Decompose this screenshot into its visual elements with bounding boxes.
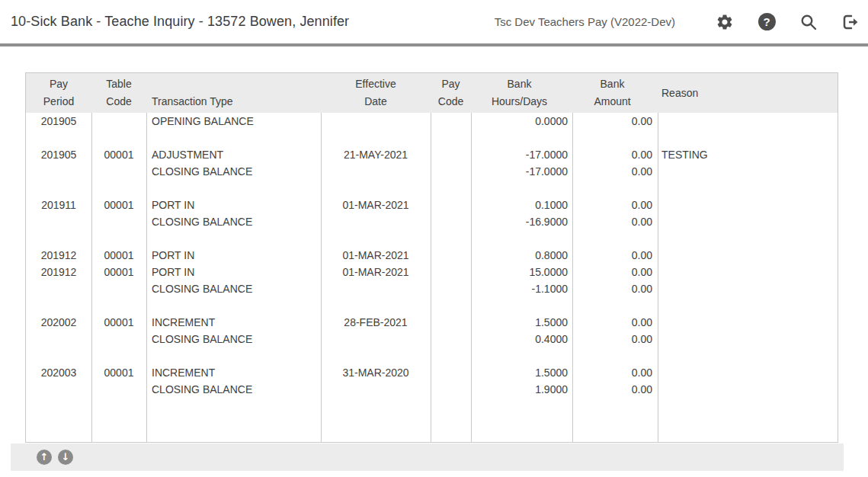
cell-effective-date: 31-MAR-2020 xyxy=(321,364,431,381)
cell-effective-date xyxy=(321,331,431,347)
cell-reason xyxy=(658,347,838,364)
table-row[interactable]: 202003 00001 INCREMENT 31-MAR-2020 1.500… xyxy=(26,364,838,381)
cell-bank-amount xyxy=(572,130,658,146)
cell-pay-period: 201911 xyxy=(26,197,91,213)
search-icon[interactable] xyxy=(799,13,818,31)
table-row[interactable]: CLOSING BALANCE -17.0000 0.00 xyxy=(26,163,838,180)
transactions-table: Pay Period Table Code Transaction Type E… xyxy=(25,72,838,443)
cell-table-code xyxy=(91,280,146,297)
column-header-pay-code: Pay Code xyxy=(431,73,471,113)
cell-bank-amount: 0.00 xyxy=(572,280,658,297)
table-row[interactable]: 202002 00001 INCREMENT 28-FEB-2021 1.500… xyxy=(26,314,838,331)
cell-transaction-type xyxy=(146,297,321,314)
cell-pay-period xyxy=(26,180,91,197)
table-row[interactable] xyxy=(26,180,838,197)
logout-icon[interactable] xyxy=(841,13,860,31)
table-row[interactable]: 201912 00001 PORT IN 01-MAR-2021 0.8000 … xyxy=(26,247,838,264)
cell-reason xyxy=(658,331,838,347)
cell-table-code xyxy=(91,180,146,197)
cell-pay-period: 202002 xyxy=(26,314,91,331)
cell-table-code xyxy=(91,331,146,347)
table-row[interactable] xyxy=(26,347,838,364)
cell-transaction-type: INCREMENT xyxy=(146,314,321,331)
scroll-up-button[interactable]: ↑ xyxy=(37,450,52,465)
scroll-down-button[interactable]: ↓ xyxy=(58,450,73,465)
cell-reason xyxy=(658,280,838,297)
cell-effective-date: 01-MAR-2021 xyxy=(321,197,431,213)
cell-bank-amount xyxy=(572,297,658,314)
cell-bank-hours-days xyxy=(471,180,572,197)
cell-pay-period: 201905 xyxy=(26,146,91,163)
cell-bank-amount: 0.00 xyxy=(572,146,658,163)
column-divider xyxy=(572,113,573,442)
cell-bank-hours-days: 1.5000 xyxy=(471,364,572,381)
column-header-transaction-type: Transaction Type xyxy=(146,73,321,113)
cell-effective-date: 01-MAR-2021 xyxy=(321,247,431,264)
table-row[interactable] xyxy=(26,130,838,146)
column-header-pay-period: Pay Period xyxy=(26,73,91,113)
cell-reason xyxy=(658,180,838,197)
cell-bank-hours-days: 1.9000 xyxy=(471,381,572,398)
cell-pay-code xyxy=(431,146,471,163)
column-divider xyxy=(431,113,431,442)
table-row[interactable]: CLOSING BALANCE 1.9000 0.00 xyxy=(26,381,838,398)
cell-pay-period: 201912 xyxy=(26,247,91,264)
toolbar: Tsc Dev Teachers Pay (V2022-Dev) ? xyxy=(495,13,860,31)
cell-transaction-type: PORT IN xyxy=(146,197,321,213)
cell-bank-hours-days xyxy=(471,297,572,314)
table-row[interactable]: CLOSING BALANCE -1.1000 0.00 xyxy=(26,280,838,297)
cell-reason xyxy=(658,264,838,280)
cell-table-code: 00001 xyxy=(91,197,146,213)
cell-transaction-type: PORT IN xyxy=(146,264,321,280)
cell-bank-hours-days: 0.4000 xyxy=(471,331,572,347)
table-row[interactable] xyxy=(26,297,838,314)
table-row[interactable]: 201912 00001 PORT IN 01-MAR-2021 15.0000… xyxy=(26,264,838,280)
column-header-bank-hours-days: Bank Hours/Days xyxy=(471,73,572,113)
cell-effective-date xyxy=(321,113,431,130)
table-row[interactable]: CLOSING BALANCE -16.9000 0.00 xyxy=(26,213,838,230)
table-row[interactable]: CLOSING BALANCE 0.4000 0.00 xyxy=(26,331,838,347)
table-row[interactable]: 201905 00001 ADJUSTMENT 21-MAY-2021 -17.… xyxy=(26,146,838,163)
cell-transaction-type: OPENING BALANCE xyxy=(146,113,321,130)
table-row[interactable]: 201905 OPENING BALANCE 0.0000 0.00 xyxy=(26,113,838,130)
settings-gear-icon[interactable] xyxy=(716,13,734,31)
cell-bank-amount: 0.00 xyxy=(572,213,658,230)
cell-bank-amount xyxy=(572,180,658,197)
table-header-row: Pay Period Table Code Transaction Type E… xyxy=(26,73,838,113)
cell-pay-period: 202003 xyxy=(26,364,91,381)
column-header-table-code: Table Code xyxy=(91,73,146,113)
cell-pay-period xyxy=(26,347,91,364)
cell-effective-date xyxy=(321,347,431,364)
cell-pay-code xyxy=(431,264,471,280)
cell-effective-date xyxy=(321,130,431,146)
cell-pay-code xyxy=(431,297,471,314)
cell-transaction-type xyxy=(146,130,321,146)
cell-effective-date xyxy=(321,213,431,230)
cell-reason xyxy=(658,247,838,264)
cell-pay-code xyxy=(431,163,471,180)
table-row[interactable] xyxy=(26,230,838,247)
column-header-effective-date: Effective Date xyxy=(321,73,431,113)
help-icon[interactable]: ? xyxy=(757,13,776,31)
cell-bank-amount: 0.00 xyxy=(572,314,658,331)
title-divider xyxy=(0,43,868,46)
cell-bank-hours-days: 0.8000 xyxy=(471,247,572,264)
cell-pay-code xyxy=(431,280,471,297)
cell-table-code xyxy=(91,347,146,364)
table-row[interactable]: 201911 00001 PORT IN 01-MAR-2021 0.1000 … xyxy=(26,197,838,213)
column-header-reason: Reason xyxy=(658,73,838,113)
cell-table-code xyxy=(91,113,146,130)
column-divider xyxy=(471,113,472,442)
cell-reason xyxy=(658,364,838,381)
cell-bank-amount: 0.00 xyxy=(572,364,658,381)
cell-bank-amount: 0.00 xyxy=(572,381,658,398)
cell-reason xyxy=(658,213,838,230)
cell-pay-period xyxy=(26,381,91,398)
cell-effective-date xyxy=(321,381,431,398)
cell-effective-date xyxy=(321,230,431,247)
cell-reason xyxy=(658,314,838,331)
cell-reason xyxy=(658,381,838,398)
page-title: 10-Sick Bank - Teache Inquiry - 13572 Bo… xyxy=(11,14,349,30)
cell-pay-code xyxy=(431,314,471,331)
cell-pay-code xyxy=(431,347,471,364)
